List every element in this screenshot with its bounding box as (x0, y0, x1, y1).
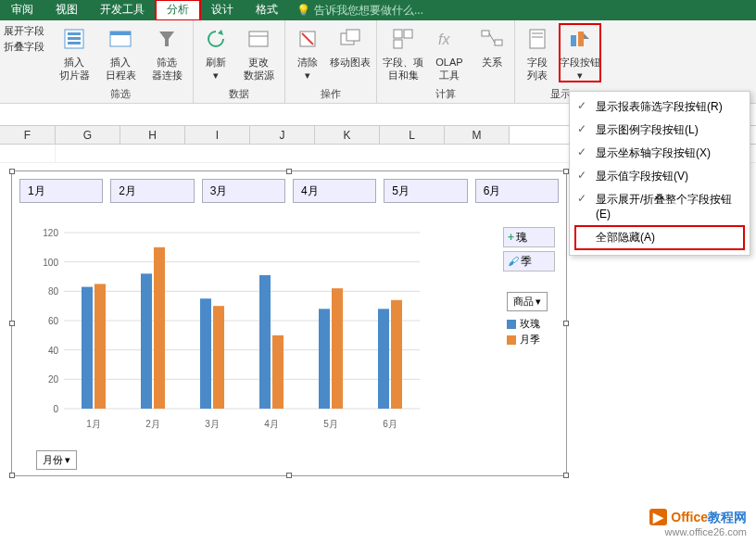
svg-rect-42 (154, 247, 165, 409)
collapse-field[interactable]: 折叠字段 (4, 40, 44, 54)
svg-text:4月: 4月 (264, 419, 279, 429)
svg-rect-14 (394, 40, 402, 48)
group-data: 刷新▾ 更改 数据源 数据 (194, 20, 285, 103)
month-button[interactable]: 4月 (293, 179, 376, 203)
svg-text:5月: 5月 (323, 419, 338, 429)
fields-icon (388, 24, 418, 54)
column-header[interactable]: H (120, 126, 185, 144)
chart-side-buttons: +瑰 🖌季 (503, 227, 555, 272)
change-datasource-button[interactable]: 更改 数据源 (238, 24, 279, 82)
svg-text:1月: 1月 (86, 419, 101, 429)
svg-rect-13 (404, 30, 412, 38)
svg-text:fx: fx (438, 32, 450, 47)
ribbon-tabs: 审阅 视图 开发工具 分析 设计 格式 💡 告诉我您想要做什么... (0, 0, 756, 20)
chart-styles[interactable]: 🖌季 (503, 251, 555, 272)
group-calc: 字段、项 目和集 fxOLAP 工具 关系 计算 (377, 20, 515, 103)
insert-timeline-button[interactable]: 插入 日程表 (100, 24, 141, 82)
month-button[interactable]: 6月 (475, 179, 559, 203)
svg-rect-3 (68, 42, 81, 44)
svg-rect-51 (332, 288, 343, 409)
dropdown-item[interactable]: ✓显示图例字段按钮(L) (570, 119, 750, 142)
dropdown-item[interactable]: ✓显示报表筛选字段按钮(R) (570, 95, 750, 119)
svg-rect-17 (495, 40, 502, 45)
svg-text:60: 60 (48, 316, 59, 326)
month-filter-buttons: 1月2月3月4月5月6月 (12, 171, 566, 210)
group-filter-label: 筛选 (54, 85, 187, 101)
column-header[interactable]: I (185, 126, 250, 144)
tell-me[interactable]: 💡 告诉我您想要做什么... (289, 0, 756, 20)
filter-connections-button[interactable]: 筛选 器连接 (146, 24, 187, 82)
refresh-button[interactable]: 刷新▾ (199, 24, 233, 82)
dropdown-item[interactable]: ✓显示坐标轴字段按钮(X) (570, 142, 750, 165)
chart-legend: 商品 ▾ 玫瑰月季 (507, 292, 548, 347)
tab-analyze[interactable]: 分析 (156, 0, 200, 20)
tab-format[interactable]: 格式 (245, 0, 289, 20)
tab-design[interactable]: 设计 (200, 0, 245, 20)
legend-filter[interactable]: 商品 ▾ (507, 292, 548, 311)
svg-rect-45 (213, 306, 224, 409)
filter-conn-icon (152, 24, 182, 54)
move-chart-button[interactable]: 移动图表 (330, 24, 371, 69)
svg-rect-53 (378, 309, 389, 409)
column-header[interactable]: J (250, 126, 315, 144)
svg-rect-19 (530, 30, 545, 48)
clear-button[interactable]: 清除▾ (291, 24, 324, 82)
svg-rect-1 (68, 32, 81, 35)
svg-rect-41 (141, 273, 152, 409)
svg-rect-44 (200, 298, 211, 409)
svg-rect-23 (578, 32, 584, 46)
field-buttons-button[interactable]: 字段按钮▾ (560, 24, 600, 82)
month-button[interactable]: 5月 (384, 179, 467, 203)
column-header[interactable]: G (56, 126, 120, 144)
column-header[interactable]: K (315, 126, 380, 144)
chart-plot: 0204060801001201月2月3月4月5月6月 (31, 223, 429, 436)
field-buttons-icon (565, 24, 595, 54)
svg-line-18 (489, 33, 495, 43)
svg-text:120: 120 (43, 228, 58, 238)
fields-items-button[interactable]: 字段、项 目和集 (383, 24, 423, 82)
chart-add-element[interactable]: +瑰 (503, 227, 555, 247)
watermark-logo-icon: ▶ (649, 509, 667, 525)
olap-tools-button[interactable]: fxOLAP 工具 (429, 24, 470, 82)
pivot-chart[interactable]: 1月2月3月4月5月6月 0204060801001201月2月3月4月5月6月… (11, 170, 567, 476)
relationships-button[interactable]: 关系 (475, 24, 509, 69)
tab-view[interactable]: 视图 (44, 0, 89, 20)
move-chart-icon (335, 24, 365, 54)
svg-rect-5 (110, 32, 131, 35)
field-list-button[interactable]: 字段 列表 (521, 24, 554, 82)
column-header[interactable]: L (380, 126, 445, 144)
group-data-label: 数据 (199, 85, 279, 101)
svg-text:0: 0 (53, 404, 58, 414)
slicer-icon (59, 24, 89, 54)
column-header[interactable]: M (445, 126, 510, 144)
svg-text:100: 100 (43, 258, 58, 268)
tab-devtools[interactable]: 开发工具 (89, 0, 156, 20)
watermark: ▶ Office教程网 www.office26.com (649, 510, 747, 537)
svg-rect-11 (346, 30, 359, 41)
expand-field[interactable]: 展开字段 (4, 24, 44, 38)
svg-text:20: 20 (48, 374, 59, 385)
dropdown-item[interactable]: 全部隐藏(A) (575, 226, 744, 249)
datasource-icon (244, 24, 273, 54)
insert-slicer-button[interactable]: 插入 切片器 (54, 24, 94, 82)
x-axis-filter[interactable]: 月份 ▾ (36, 450, 77, 470)
svg-text:2月: 2月 (145, 419, 160, 429)
svg-text:80: 80 (48, 286, 59, 297)
svg-rect-48 (272, 335, 284, 409)
dropdown-item[interactable]: ✓显示值字段按钮(V) (570, 165, 750, 188)
month-button[interactable]: 2月 (110, 179, 194, 203)
month-button[interactable]: 1月 (19, 179, 103, 203)
svg-text:6月: 6月 (383, 419, 397, 429)
svg-text:40: 40 (48, 346, 59, 356)
group-ops: 清除▾ 移动图表 操作 (285, 20, 377, 103)
group-filter: 插入 切片器 插入 日程表 筛选 器连接 筛选 (48, 20, 194, 103)
month-button[interactable]: 3月 (202, 179, 285, 203)
column-header[interactable]: F (0, 126, 56, 144)
svg-rect-12 (394, 30, 402, 38)
refresh-icon (201, 24, 231, 54)
svg-rect-50 (319, 309, 330, 409)
tab-review[interactable]: 审阅 (0, 0, 44, 20)
svg-rect-16 (482, 31, 489, 36)
dropdown-item[interactable]: ✓显示展开/折叠整个字段按钮(E) (570, 188, 750, 224)
group-calc-label: 计算 (383, 85, 509, 101)
